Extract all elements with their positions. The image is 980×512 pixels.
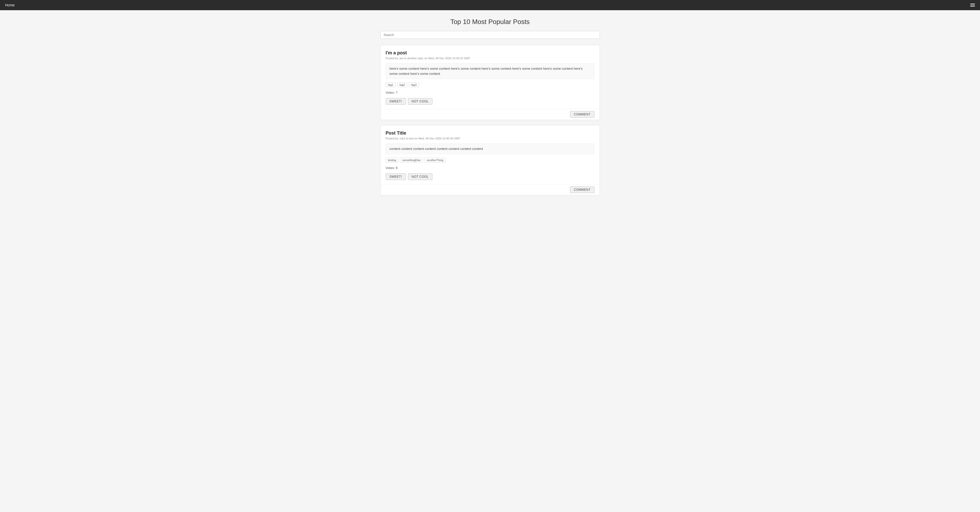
post-card: I'm a post Posted by: joe to another top… [380, 45, 600, 120]
navbar: Home [0, 0, 980, 10]
tags-container: tag1tag2tag3 [386, 83, 595, 87]
post-title: Post Title [386, 131, 595, 136]
navbar-brand[interactable]: Home [5, 3, 14, 7]
post-footer: COMMENT [380, 184, 600, 195]
search-container [380, 31, 600, 39]
search-input[interactable] [380, 31, 600, 39]
post-tag: testing [386, 158, 398, 163]
sweet-button[interactable]: SWEET! [386, 173, 406, 180]
sweet-button[interactable]: SWEET! [386, 98, 406, 105]
post-tag: tag2 [397, 83, 407, 87]
page-title: Top 10 Most Popular Posts [380, 18, 600, 26]
post-card: Post Title Posted by: rob1 to test on We… [380, 125, 600, 195]
post-actions: SWEET! NOT COOL [386, 173, 595, 184]
post-tag: tag1 [386, 83, 396, 87]
post-title: I'm a post [386, 50, 595, 56]
comment-button[interactable]: COMMENT [570, 111, 595, 118]
comment-button[interactable]: COMMENT [570, 187, 595, 193]
not-cool-button[interactable]: NOT COOL [408, 98, 433, 105]
post-tag: somethingElse [400, 158, 423, 163]
tags-container: testingsomethingElseanotherThing [386, 158, 595, 163]
post-content: here's some content here's some content … [386, 63, 595, 79]
not-cool-button[interactable]: NOT COOL [408, 173, 433, 180]
hamburger-menu-icon[interactable] [970, 3, 975, 6]
post-meta: Posted by: rob1 to test on Wed, 09 Dec 2… [386, 137, 595, 140]
votes-display: Votes: 6 [386, 166, 595, 170]
post-actions: SWEET! NOT COOL [386, 98, 595, 109]
post-content: content content content content content … [386, 144, 595, 154]
post-tag: tag3 [409, 83, 418, 87]
posts-container: I'm a post Posted by: joe to another top… [380, 45, 600, 195]
page-content: Top 10 Most Popular Posts I'm a post Pos… [375, 10, 605, 208]
votes-display: Votes: 7 [386, 91, 595, 94]
post-tag: anotherThing [425, 158, 446, 163]
post-meta: Posted by: joe to another topic on Wed, … [386, 57, 595, 60]
post-footer: COMMENT [380, 109, 600, 120]
